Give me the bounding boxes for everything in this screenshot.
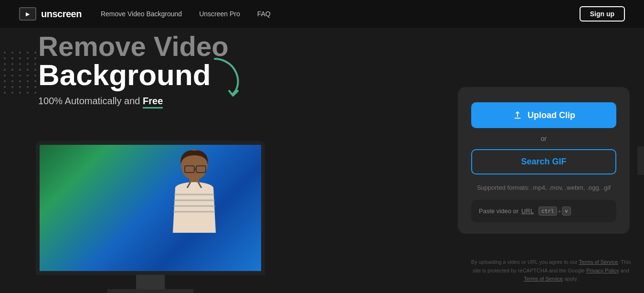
paste-area: Paste video or URL ctrl + v [471,200,616,222]
dot [19,57,21,59]
dot [11,63,13,65]
dot [27,57,29,59]
dot [34,86,36,88]
dot [4,69,6,71]
or-divider: or [471,135,616,142]
terms-and: and [619,268,629,273]
dot [4,52,6,54]
paste-label: Paste video or [479,207,518,215]
monitor-neck [136,275,165,289]
dot [19,63,21,65]
dot [27,80,29,82]
navbar-left: unscreen Remove Video Background Unscree… [19,7,271,21]
dot [27,52,29,54]
dot [19,86,21,88]
kbd-plus: + [558,208,561,214]
dot [27,75,29,76]
navbar: unscreen Remove Video Background Unscree… [0,0,644,28]
left-side: // Will generate dots via JS below Remov… [0,28,453,293]
subtitle-free: Free [143,96,163,109]
dot [27,86,29,88]
nav-link-remove-video-bg[interactable]: Remove Video Background [101,10,182,18]
upload-icon [512,110,523,120]
arrow-decoration [205,52,253,101]
upload-clip-button[interactable]: Upload Clip [471,102,616,128]
logo-icon [19,7,36,21]
paste-url-label: URL [521,207,534,215]
dot [4,75,6,76]
dot [27,63,29,65]
dot [34,69,36,71]
terms-end: apply. [563,276,578,282]
kbd-ctrl: ctrl [538,206,557,216]
dot [27,92,29,94]
dot [11,86,13,88]
dot [34,75,36,76]
dot [4,86,6,88]
dot [4,92,6,94]
dot [34,52,36,54]
scroll-hint [637,146,644,175]
dot [27,69,29,71]
logo-text: unscreen [41,9,82,20]
dot [19,75,21,76]
nav-link-unscreen-pro[interactable]: Unscreen Pro [199,10,240,18]
dot [11,80,13,82]
dot [4,57,6,59]
dot [4,80,6,82]
dot [34,80,36,82]
terms-link-3[interactable]: Terms of Service [524,276,563,282]
monitor-stand [107,289,193,293]
supported-formats: Supported formats: .mp4, .mov, .webm, .o… [471,184,616,191]
monitor-base [29,275,272,293]
dot [19,52,21,54]
nav-links: Remove Video Background Unscreen Pro FAQ [101,10,271,18]
monitor-screen [36,141,265,275]
dot [11,52,13,54]
right-side: Upload Clip or Search GIF Supported form… [453,28,644,293]
dot [11,57,13,59]
terms-link-1[interactable]: Terms of Service [579,259,618,265]
dot [34,63,36,65]
keyboard-shortcut: ctrl + v [538,206,571,216]
dot [11,69,13,71]
dot [34,92,36,94]
dot [11,92,13,94]
upload-panel: Upload Clip or Search GIF Supported form… [458,87,630,234]
monitor-video-bg [40,145,261,271]
nav-link-faq[interactable]: FAQ [257,10,271,18]
dot [4,63,6,65]
dot [19,92,21,94]
upload-btn-label: Upload Clip [528,110,575,120]
dot [11,75,13,76]
signup-button[interactable]: Sign up [580,6,625,22]
dot [19,80,21,82]
dot [19,69,21,71]
terms-link-privacy[interactable]: Privacy Policy [586,268,619,273]
monitor-mockup [29,141,272,293]
terms-pre: By uploading a video or URL you agree to… [471,259,579,265]
terms-text: By uploading a video or URL you agree to… [467,258,634,283]
person-silhouette [156,147,232,271]
kbd-v: v [562,206,571,216]
main-content: // Will generate dots via JS below Remov… [0,28,644,293]
dots-decoration: // Will generate dots via JS below [4,52,38,94]
search-gif-button[interactable]: Search GIF [471,149,616,174]
dot [34,57,36,59]
logo[interactable]: unscreen [19,7,82,21]
subtitle-pre: 100% Automatically and [38,96,143,106]
